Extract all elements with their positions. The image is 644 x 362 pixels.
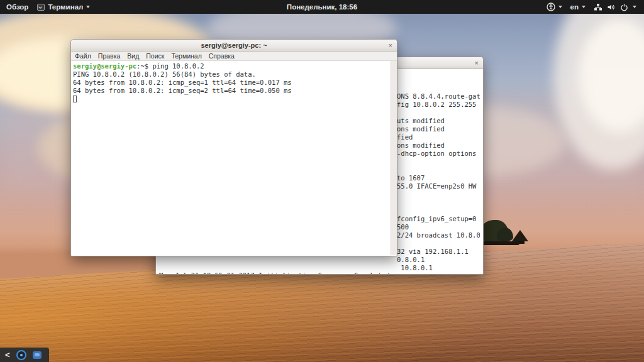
window-titlebar[interactable]: sergiy@sergiy-pc: ~ × — [71, 40, 397, 52]
chevron-down-icon — [633, 6, 636, 8]
island-hut — [512, 230, 528, 241]
bottom-dock: < — [0, 348, 49, 362]
activities-button[interactable]: Обзор — [6, 3, 28, 11]
terminal-app-icon — [37, 4, 45, 11]
menu-terminal[interactable]: Терминал — [171, 52, 201, 60]
window-title: sergiy@sergiy-pc: ~ — [201, 41, 267, 49]
chevron-down-icon — [582, 6, 586, 8]
scrollbar[interactable] — [391, 61, 397, 255]
desktop: Обзор Терминал Понедельник, 18:56 en — [0, 0, 644, 362]
top-bar: Обзор Терминал Понедельник, 18:56 en — [0, 0, 644, 14]
volume-icon — [607, 3, 616, 11]
accessibility-icon — [547, 3, 555, 11]
terminal-cursor — [73, 96, 77, 102]
menu-file[interactable]: Файл — [75, 52, 91, 60]
menu-search[interactable]: Поиск — [146, 52, 164, 60]
menu-edit[interactable]: Правка — [98, 52, 120, 60]
terminal-output-bottom: Mon Jul 31 18:55:01 2017 Initialization … — [159, 272, 390, 275]
terminal-menubar: Файл Правка Вид Поиск Терминал Справка — [71, 52, 397, 61]
terminal-output-area: sergiy@sergiy-pc:~$ ping 10.8.0.2 PING 1… — [71, 61, 397, 255]
chevron-down-icon — [558, 6, 562, 8]
network-icon — [594, 3, 602, 11]
prompt-user-host: sergiy@sergiy-pc — [73, 62, 136, 70]
power-icon — [620, 3, 628, 11]
prompt-command: :~$ ping 10.8.0.2 — [136, 62, 204, 70]
chevron-down-icon — [86, 6, 90, 8]
ping-output: PING 10.8.0.2 (10.8.0.2) 56(84) bytes of… — [73, 70, 292, 95]
dock-app-icon-2[interactable] — [33, 351, 42, 359]
menu-help[interactable]: Справка — [209, 52, 235, 60]
system-menu[interactable] — [594, 3, 636, 11]
front-terminal-window: sergiy@sergiy-pc: ~ × Файл Правка Вид По… — [70, 39, 397, 256]
terminal-output-clipped: ONS 8.8.4.4,route-gat fig 10.8.0.2 255.2… — [397, 92, 480, 272]
menu-view[interactable]: Вид — [127, 52, 139, 60]
app-menu[interactable]: Терминал — [37, 3, 90, 11]
app-menu-label: Терминал — [48, 3, 83, 11]
dock-collapse-chevron[interactable]: < — [5, 351, 10, 359]
close-icon[interactable]: × — [389, 41, 392, 50]
close-icon[interactable]: × — [475, 58, 479, 67]
dock-app-icon-1[interactable] — [16, 350, 26, 360]
language-menu[interactable]: en — [570, 3, 586, 11]
language-label: en — [570, 3, 579, 11]
accessibility-menu[interactable] — [547, 3, 562, 11]
island-shore — [478, 241, 519, 245]
